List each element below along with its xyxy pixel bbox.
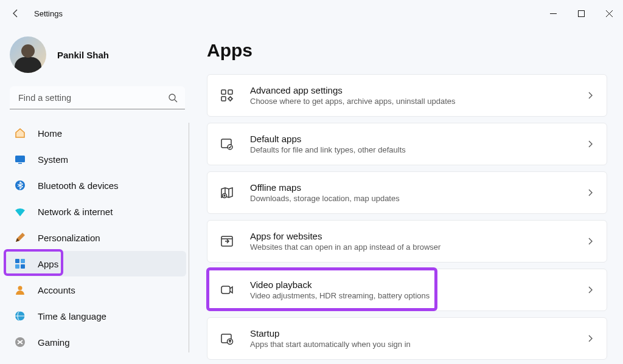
card-title: Offline maps bbox=[250, 182, 586, 193]
network-icon bbox=[13, 205, 27, 218]
sidebar-item-label: Gaming bbox=[38, 337, 70, 348]
sidebar: Pankil Shah Home System Bluetooth & devi… bbox=[0, 27, 195, 364]
card-advanced-app-settings[interactable]: Advanced app settings Choose where to ge… bbox=[207, 74, 607, 117]
chevron-right-icon bbox=[586, 91, 594, 100]
card-apps-for-websites[interactable]: Apps for websites Websites that can open… bbox=[207, 220, 607, 263]
sidebar-item-label: Bluetooth & devices bbox=[38, 180, 119, 191]
svg-rect-11 bbox=[15, 264, 19, 269]
card-title: Apps for websites bbox=[250, 231, 586, 241]
minimize-button[interactable] bbox=[539, 4, 567, 23]
sidebar-item-label: Accounts bbox=[38, 285, 75, 295]
card-title: Video playback bbox=[250, 280, 586, 290]
sidebar-item-label: Apps bbox=[38, 259, 58, 269]
svg-rect-12 bbox=[21, 264, 25, 269]
svg-rect-10 bbox=[21, 259, 25, 263]
time-language-icon bbox=[13, 309, 27, 323]
sidebar-item-home[interactable]: Home bbox=[6, 120, 186, 146]
svg-rect-18 bbox=[221, 97, 226, 101]
svg-rect-17 bbox=[228, 90, 232, 94]
maximize-icon bbox=[578, 10, 585, 17]
card-subtitle: Choose where to get apps, archive apps, … bbox=[250, 97, 586, 106]
page-title: Apps bbox=[207, 40, 607, 61]
video-playback-icon bbox=[218, 281, 235, 298]
card-subtitle: Defaults for file and link types, other … bbox=[250, 145, 586, 154]
maximize-button[interactable] bbox=[567, 4, 595, 23]
card-subtitle: Apps that start automatically when you s… bbox=[250, 340, 586, 349]
system-icon bbox=[13, 153, 27, 166]
search-icon bbox=[168, 93, 178, 103]
svg-rect-16 bbox=[221, 90, 226, 94]
apps-icon bbox=[13, 257, 27, 270]
card-text: Video playback Video adjustments, HDR st… bbox=[250, 280, 586, 300]
apps-for-websites-icon bbox=[218, 233, 235, 250]
sidebar-item-system[interactable]: System bbox=[6, 146, 186, 172]
default-apps-icon bbox=[218, 136, 235, 153]
offline-maps-icon bbox=[218, 184, 235, 201]
close-button[interactable] bbox=[595, 4, 623, 23]
card-text: Default apps Defaults for file and link … bbox=[250, 134, 586, 154]
card-title: Default apps bbox=[250, 134, 586, 144]
sidebar-item-personalization[interactable]: Personalization bbox=[6, 225, 186, 250]
svg-rect-1 bbox=[578, 10, 584, 16]
sidebar-item-label: Network & internet bbox=[38, 207, 113, 217]
nav-divider bbox=[189, 123, 190, 352]
sidebar-item-bluetooth[interactable]: Bluetooth & devices bbox=[6, 173, 186, 198]
card-text: Advanced app settings Choose where to ge… bbox=[250, 85, 586, 106]
bluetooth-icon bbox=[13, 179, 27, 192]
chevron-right-icon bbox=[586, 140, 594, 148]
advanced-settings-icon bbox=[218, 87, 235, 104]
chevron-right-icon bbox=[586, 334, 594, 343]
startup-icon bbox=[218, 330, 235, 347]
svg-point-13 bbox=[18, 286, 23, 290]
card-title: Advanced app settings bbox=[250, 85, 586, 95]
sidebar-item-gaming[interactable]: Gaming bbox=[6, 329, 186, 355]
profile-name: Pankil Shah bbox=[57, 50, 109, 60]
svg-point-4 bbox=[169, 94, 175, 100]
sidebar-item-time-language[interactable]: Time & language bbox=[6, 303, 186, 329]
sidebar-item-network[interactable]: Network & internet bbox=[6, 199, 186, 224]
svg-rect-9 bbox=[15, 259, 19, 263]
sidebar-item-label: System bbox=[38, 154, 68, 165]
card-startup[interactable]: Startup Apps that start automatically wh… bbox=[207, 317, 607, 360]
content-area: Apps Advanced app settings Choose where … bbox=[195, 27, 623, 364]
sidebar-item-apps[interactable]: Apps bbox=[6, 251, 186, 276]
profile-section[interactable]: Pankil Shah bbox=[6, 33, 189, 83]
window-controls bbox=[539, 4, 623, 23]
card-subtitle: Video adjustments, HDR streaming, batter… bbox=[250, 291, 586, 300]
card-default-apps[interactable]: Default apps Defaults for file and link … bbox=[207, 123, 607, 165]
card-subtitle: Downloads, storage location, map updates bbox=[250, 194, 586, 203]
card-text: Startup Apps that start automatically wh… bbox=[250, 328, 586, 349]
chevron-right-icon bbox=[586, 237, 594, 246]
search-input[interactable] bbox=[10, 86, 185, 109]
card-text: Offline maps Downloads, storage location… bbox=[250, 182, 586, 203]
sidebar-item-label: Home bbox=[38, 128, 62, 139]
avatar bbox=[10, 36, 46, 73]
personalization-icon bbox=[13, 231, 27, 244]
svg-rect-7 bbox=[18, 163, 22, 164]
chevron-right-icon bbox=[586, 286, 594, 294]
sidebar-item-label: Personalization bbox=[38, 233, 100, 243]
back-button[interactable] bbox=[9, 6, 23, 21]
svg-point-19 bbox=[229, 97, 232, 100]
card-text: Apps for websites Websites that can open… bbox=[250, 231, 586, 252]
sidebar-item-label: Time & language bbox=[38, 311, 106, 321]
card-offline-maps[interactable]: Offline maps Downloads, storage location… bbox=[207, 171, 607, 214]
nav-list: Home System Bluetooth & devices Network … bbox=[6, 120, 189, 355]
card-subtitle: Websites that can open in an app instead… bbox=[250, 242, 586, 252]
gaming-icon bbox=[13, 335, 27, 349]
titlebar: Settings bbox=[0, 0, 623, 27]
accounts-icon bbox=[13, 283, 27, 297]
arrow-left-icon bbox=[11, 9, 21, 18]
chevron-right-icon bbox=[586, 188, 594, 197]
svg-line-5 bbox=[175, 100, 177, 102]
home-icon bbox=[13, 126, 27, 140]
card-video-playback[interactable]: Video playback Video adjustments, HDR st… bbox=[207, 269, 607, 311]
card-title: Startup bbox=[250, 328, 586, 338]
svg-rect-6 bbox=[15, 156, 25, 162]
window-title: Settings bbox=[34, 9, 63, 18]
minimize-icon bbox=[550, 10, 557, 17]
svg-rect-24 bbox=[221, 286, 230, 294]
close-icon bbox=[606, 10, 613, 17]
search-container bbox=[10, 86, 185, 109]
sidebar-item-accounts[interactable]: Accounts bbox=[6, 277, 186, 303]
